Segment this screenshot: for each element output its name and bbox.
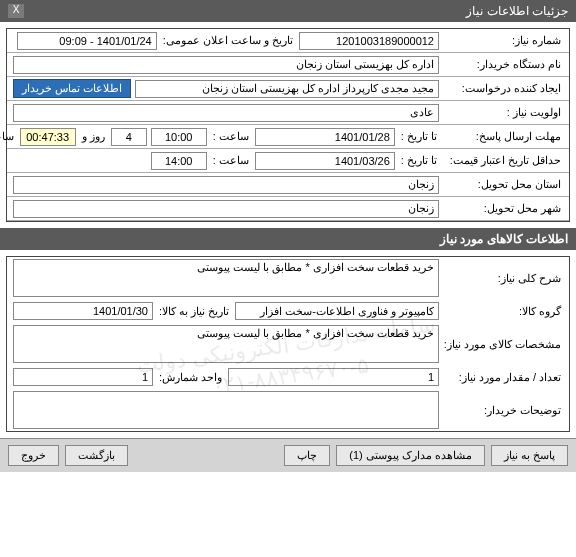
price-date-field[interactable] bbox=[255, 152, 395, 170]
window-title: جزئیات اطلاعات نیاز bbox=[466, 4, 568, 18]
countdown-field bbox=[20, 128, 76, 146]
label-need-by-date: تاریخ نیاز به کالا: bbox=[157, 305, 231, 318]
label-unit: واحد شمارش: bbox=[157, 371, 224, 384]
close-icon[interactable]: X bbox=[8, 4, 24, 18]
goods-group-field[interactable] bbox=[235, 302, 439, 320]
goods-section-header: اطلاعات کالاهای مورد نیاز bbox=[0, 228, 576, 250]
label-buyer-org: نام دستگاه خریدار: bbox=[443, 58, 563, 71]
window-titlebar: جزئیات اطلاعات نیاز X bbox=[0, 0, 576, 22]
label-delivery-province: استان محل تحویل: bbox=[443, 178, 563, 191]
unit-field[interactable] bbox=[13, 368, 153, 386]
need-info-panel: شماره نیاز: تاریخ و ساعت اعلان عمومی: نا… bbox=[6, 28, 570, 222]
city-field[interactable] bbox=[13, 200, 439, 218]
label-to-date-2: تا تاریخ : bbox=[399, 154, 439, 167]
label-hour-1: ساعت : bbox=[211, 130, 251, 143]
label-buyer-notes: توضیحات خریدار: bbox=[443, 404, 563, 417]
buyer-org-field[interactable] bbox=[13, 56, 439, 74]
reply-date-field[interactable] bbox=[255, 128, 395, 146]
label-delivery-city: شهر محل تحویل: bbox=[443, 202, 563, 215]
label-price-validity: حداقل تاریخ اعتبار قیمت: bbox=[443, 154, 563, 167]
goods-info-panel: سامانه تدارکات الکترونیکی دولت ۰۲۱-۸۸۳۴۹… bbox=[6, 256, 570, 432]
print-button[interactable]: چاپ bbox=[284, 445, 330, 466]
price-time-field[interactable] bbox=[151, 152, 207, 170]
label-hour-2: ساعت : bbox=[211, 154, 251, 167]
label-to-date-1: تا تاریخ : bbox=[399, 130, 439, 143]
label-priority: اولویت نیاز : bbox=[443, 106, 563, 119]
label-general-desc: شرح کلی نیاز: bbox=[443, 272, 563, 285]
general-desc-field[interactable] bbox=[13, 259, 439, 297]
label-goods-group: گروه کالا: bbox=[443, 305, 563, 318]
buyer-notes-field[interactable] bbox=[13, 391, 439, 429]
label-hours-left: ساعت باقی مانده bbox=[0, 130, 16, 143]
attachments-button[interactable]: مشاهده مدارک پیوستی (1) bbox=[336, 445, 485, 466]
label-reply-deadline: مهلت ارسال پاسخ: bbox=[443, 130, 563, 143]
exit-button[interactable]: خروج bbox=[8, 445, 59, 466]
item-spec-field[interactable] bbox=[13, 325, 439, 363]
label-announce-date: تاریخ و ساعت اعلان عمومی: bbox=[161, 34, 295, 47]
contact-buyer-button[interactable]: اطلاعات تماس خریدار bbox=[13, 79, 131, 98]
label-requester: ایجاد کننده درخواست: bbox=[443, 82, 563, 95]
province-field[interactable] bbox=[13, 176, 439, 194]
footer-toolbar: پاسخ به نیاز مشاهده مدارک پیوستی (1) چاپ… bbox=[0, 438, 576, 472]
reply-time-field[interactable] bbox=[151, 128, 207, 146]
announce-date-field[interactable] bbox=[17, 32, 157, 50]
days-left-field bbox=[111, 128, 147, 146]
label-need-no: شماره نیاز: bbox=[443, 34, 563, 47]
need-by-date-field[interactable] bbox=[13, 302, 153, 320]
need-no-field[interactable] bbox=[299, 32, 439, 50]
priority-field[interactable] bbox=[13, 104, 439, 122]
qty-field[interactable] bbox=[228, 368, 439, 386]
label-qty: تعداد / مقدار مورد نیاز: bbox=[443, 371, 563, 384]
back-button[interactable]: بازگشت bbox=[65, 445, 128, 466]
label-item-spec: مشخصات کالای مورد نیاز: bbox=[443, 338, 563, 351]
label-days-and: روز و bbox=[80, 130, 107, 143]
reply-button[interactable]: پاسخ به نیاز bbox=[491, 445, 568, 466]
requester-field[interactable] bbox=[135, 80, 439, 98]
